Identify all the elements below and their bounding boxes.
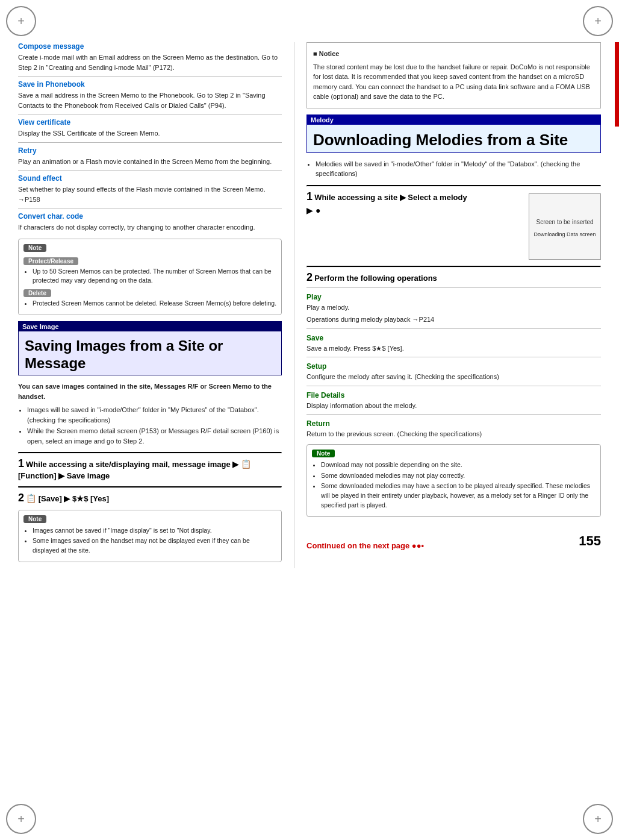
melody-step1-text: While accessing a site ▶ Select a melody bbox=[314, 193, 467, 202]
left-column: Compose message Create i-mode mail with … bbox=[18, 42, 294, 568]
corner-decoration-bl bbox=[6, 804, 36, 834]
corner-decoration-tr bbox=[583, 6, 613, 36]
screen-placeholder: Screen to be inserted Downloading Data s… bbox=[529, 193, 601, 260]
note-label-left: Note bbox=[23, 244, 46, 252]
subsection-body-setup: Configure the melody after saving it. (C… bbox=[306, 372, 601, 382]
subsection-sub-play: Operations during melody playback →P214 bbox=[306, 315, 601, 325]
subsection-body-file-details: Display information about the melody. bbox=[306, 401, 601, 411]
delete-body: Protected Screen Memos cannot be deleted… bbox=[23, 299, 276, 309]
subsection-file-details: File Details Display information about t… bbox=[306, 386, 601, 411]
save-image-note-2: Some images saved on the handset may not… bbox=[33, 536, 276, 556]
subsection-title-return: Return bbox=[306, 419, 601, 428]
note-label-melody: Note bbox=[312, 450, 335, 457]
melody-bullet-1: Melodies will be saved in "i-mode/Other"… bbox=[316, 159, 601, 179]
step1-text: While accessing a site/displaying mail, … bbox=[18, 460, 251, 480]
section-retry: Retry Play an animation or a Flash movie… bbox=[18, 146, 282, 167]
section-title-view-certificate: View certificate bbox=[18, 118, 282, 127]
melody-step1-content: Screen to be inserted Downloading Data s… bbox=[306, 190, 601, 260]
protect-release-label: Protect/Release bbox=[23, 257, 78, 265]
melody-big-title: Downloading Melodies from a Site bbox=[313, 131, 594, 149]
section-title-convert-char-code: Convert char. code bbox=[18, 212, 282, 221]
subsection-title-save: Save bbox=[306, 334, 601, 342]
step1-number: 1 bbox=[18, 457, 24, 469]
melody-note-1: Download may not possible depending on t… bbox=[321, 460, 596, 470]
step2-text: 📋 [Save] ▶ $★$ [Yes] bbox=[26, 494, 109, 503]
melody-step1-number: 1 bbox=[306, 190, 313, 202]
note-body-melody: Download may not possible depending on t… bbox=[312, 460, 596, 510]
note-label-save-image: Note bbox=[23, 515, 46, 523]
section-title-save-phonebook: Save in Phonebook bbox=[18, 80, 282, 89]
divider-3 bbox=[18, 142, 282, 143]
screen-placeholder-text: Screen to be inserted bbox=[533, 215, 596, 230]
note-body-save-image: Images cannot be saved if "Image display… bbox=[23, 526, 276, 556]
save-image-step1: 1 While accessing a site/displaying mail… bbox=[18, 452, 282, 481]
notice-header: Notice bbox=[313, 49, 594, 59]
imode-side-label: i-mode/i-motion bbox=[615, 42, 619, 127]
notice-body: The stored content may be lost due to th… bbox=[313, 62, 594, 102]
save-image-bullets: Images will be saved in "i-mode/Other" f… bbox=[18, 405, 282, 446]
save-image-title: Saving Images from a Site or Message bbox=[25, 337, 275, 372]
save-image-content: You can save images contained in the sit… bbox=[18, 381, 282, 562]
section-body-save-phonebook: Save a mail address in the Screen Memo t… bbox=[18, 90, 282, 110]
protect-release-body: Up to 50 Screen Memos can be protected. … bbox=[23, 267, 276, 286]
melody-step2-text: Perform the following operations bbox=[314, 274, 437, 283]
section-body-convert-char-code: If characters do not display correctly, … bbox=[18, 222, 282, 233]
melody-bullets: Melodies will be saved in "i-mode/Other"… bbox=[306, 159, 601, 179]
divider-1 bbox=[18, 76, 282, 77]
protect-release-section: Protect/Release Up to 50 Screen Memos ca… bbox=[23, 255, 276, 286]
section-convert-char-code: Convert char. code If characters do not … bbox=[18, 212, 282, 233]
section-view-certificate: View certificate Display the SSL Certifi… bbox=[18, 118, 282, 139]
divider-4 bbox=[18, 170, 282, 171]
melody-title-bg: Downloading Melodies from a Site bbox=[307, 125, 600, 152]
save-image-bullet-2: While the Screen memo detail screen (P15… bbox=[27, 426, 282, 446]
corner-decoration-br bbox=[583, 804, 613, 834]
section-title-sound-effect: Sound effect bbox=[18, 174, 282, 183]
subsection-title-setup: Setup bbox=[306, 362, 601, 371]
melody-step1: Screen to be inserted Downloading Data s… bbox=[306, 185, 601, 260]
right-column: i-mode/i-motion XXXXX Notice The stored … bbox=[294, 42, 601, 568]
subsection-title-play: Play bbox=[306, 293, 601, 301]
subsection-body-return: Return to the previous screen. (Checking… bbox=[306, 429, 601, 439]
section-sound-effect: Sound effect Set whether to play sound e… bbox=[18, 174, 282, 204]
save-image-note-1: Images cannot be saved if "Image display… bbox=[33, 526, 276, 536]
step2-number: 2 bbox=[18, 492, 24, 504]
section-body-sound-effect: Set whether to play sound effects of the… bbox=[18, 184, 282, 204]
screen-caption: Downloading Data screen bbox=[533, 231, 596, 237]
note-box-save-image: Note Images cannot be saved if "Image di… bbox=[18, 510, 282, 562]
delete-label: Delete bbox=[23, 289, 51, 297]
section-title-compose-message: Compose message bbox=[18, 42, 282, 51]
continued-text: Continued on the next page ●●• bbox=[306, 541, 424, 550]
subsection-body-save: Save a melody. Press $★$ [Yes]. bbox=[306, 343, 601, 354]
note-box-melody: Note Download may not possible depending… bbox=[306, 444, 601, 517]
subsection-body-play: Play a melody. bbox=[306, 302, 601, 313]
corner-decoration-tl bbox=[6, 6, 36, 36]
melody-header: Melody bbox=[307, 115, 600, 125]
subsection-title-file-details: File Details bbox=[306, 391, 601, 400]
subsection-play: Play Play a melody. Operations during me… bbox=[306, 287, 601, 325]
save-image-header: Save Image bbox=[19, 322, 281, 331]
subsection-save: Save Save a melody. Press $★$ [Yes]. bbox=[306, 328, 601, 354]
save-image-section: Save Image Saving Images from a Site or … bbox=[18, 321, 282, 376]
page-number: 155 bbox=[579, 533, 601, 549]
melody-step2: 2 Perform the following operations bbox=[306, 266, 601, 284]
section-body-compose-message: Create i-mode mail with an Email address… bbox=[18, 52, 282, 72]
save-image-title-bg: Saving Images from a Site or Message bbox=[19, 331, 281, 375]
section-title-retry: Retry bbox=[18, 146, 282, 155]
note-box-left: Note Protect/Release Up to 50 Screen Mem… bbox=[18, 239, 282, 315]
footer-area: Continued on the next page ●●• 155 bbox=[306, 529, 601, 550]
delete-section: Delete Protected Screen Memos cannot be … bbox=[23, 287, 276, 309]
save-image-bullet-1: Images will be saved in "i-mode/Other" f… bbox=[27, 405, 282, 425]
melody-note-3: Some downloaded melodies may have a sect… bbox=[321, 481, 596, 510]
melody-note-2: Some downloaded melodies may not play co… bbox=[321, 471, 596, 481]
divider-2 bbox=[18, 114, 282, 114]
notice-box: Notice The stored content may be lost du… bbox=[306, 42, 601, 108]
melody-step2-number: 2 bbox=[306, 271, 313, 283]
divider-5 bbox=[18, 208, 282, 208]
save-image-intro: You can save images contained in the sit… bbox=[18, 381, 282, 401]
melody-section: Melody Downloading Melodies from a Site bbox=[306, 114, 601, 153]
section-body-retry: Play an animation or a Flash movie conta… bbox=[18, 157, 282, 167]
subsection-setup: Setup Configure the melody after saving … bbox=[306, 357, 601, 382]
save-image-step2: 2 📋 [Save] ▶ $★$ [Yes] bbox=[18, 486, 282, 505]
section-save-phonebook: Save in Phonebook Save a mail address in… bbox=[18, 80, 282, 110]
section-body-view-certificate: Display the SSL Certificate of the Scree… bbox=[18, 128, 282, 139]
